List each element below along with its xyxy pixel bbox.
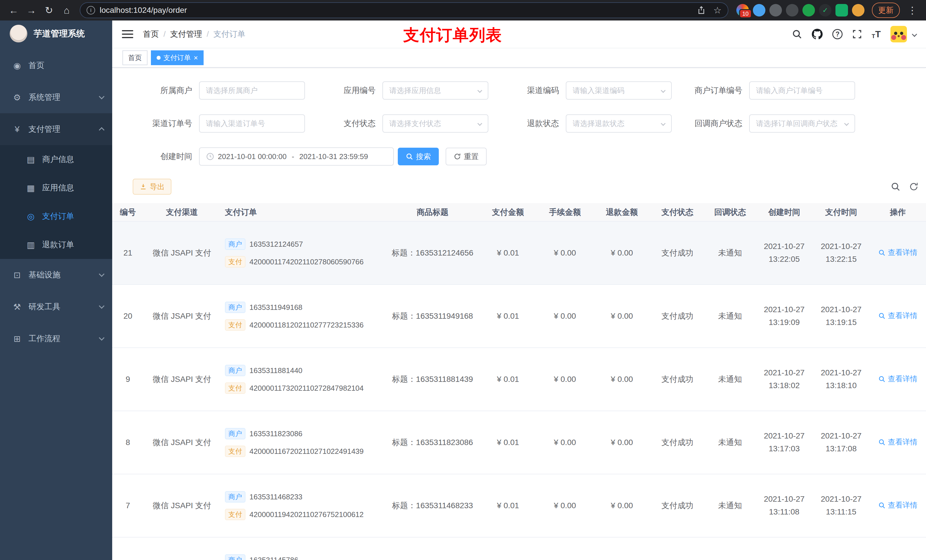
reload-icon[interactable]: ↻ xyxy=(41,2,57,18)
share-icon[interactable] xyxy=(697,6,706,15)
view-detail-link[interactable]: 查看详情 xyxy=(878,374,917,384)
tab-home[interactable]: 首页 xyxy=(123,50,147,65)
breadcrumb-payment[interactable]: 支付管理 xyxy=(170,29,202,39)
merchant-tag: 商户 xyxy=(225,238,245,250)
sidebar-item-app-info[interactable]: ▦ 应用信息 xyxy=(0,174,112,202)
order-channel: 微信 JSAPI 支付 xyxy=(144,348,220,411)
pay-time: 2021-10-27 13:22:15 xyxy=(813,221,870,285)
merchant-order-no: 1635311949168 xyxy=(250,303,303,312)
back-icon[interactable]: ← xyxy=(6,2,22,18)
question-icon[interactable]: ? xyxy=(832,29,843,39)
browser-update-button[interactable]: 更新 xyxy=(872,3,900,18)
avatar[interactable] xyxy=(890,26,907,42)
merchant-order-no-field[interactable] xyxy=(749,82,855,100)
extension-green-icon[interactable] xyxy=(802,4,815,17)
col-title: 商品标题 xyxy=(386,203,480,221)
pay-time xyxy=(813,537,870,560)
filter-label: 应用编号 xyxy=(311,85,383,96)
merchant-order-no: 1635312124657 xyxy=(250,240,303,249)
sidebar-item-dev-tools[interactable]: ⚒ 研发工具 xyxy=(0,291,112,323)
view-detail-link[interactable]: 查看详情 xyxy=(878,248,917,258)
tab-pay-order[interactable]: 支付订单 × xyxy=(151,50,204,65)
pay-status xyxy=(651,537,705,560)
create-time: 2021-10-27 13:22:05 xyxy=(756,221,813,285)
channel-order-no-field[interactable] xyxy=(199,115,305,133)
orders-table: 编号 支付渠道 支付订单 商品标题 支付金额 手续金额 退款金额 支付状态 回调… xyxy=(112,203,926,560)
merchant-input[interactable] xyxy=(206,86,298,95)
order-numbers: 商户 1635311949168 支付 42000011812021102777… xyxy=(220,285,386,348)
breadcrumb-home[interactable]: 首页 xyxy=(143,29,159,39)
sidebar-item-home[interactable]: ◉ 首页 xyxy=(0,50,112,82)
view-detail-link[interactable]: 查看详情 xyxy=(878,500,917,510)
export-button[interactable]: 导出 xyxy=(133,179,171,195)
sidebar-item-payment[interactable]: ¥ 支付管理 xyxy=(0,113,112,145)
hamburger-icon[interactable] xyxy=(122,30,133,38)
pay-status-select[interactable]: 请选择支付状态 xyxy=(383,115,488,133)
filter-label: 回调商户状态 xyxy=(678,118,749,129)
github-icon[interactable] xyxy=(812,29,823,39)
table-toolbar: 导出 xyxy=(112,179,926,195)
address-bar[interactable]: i localhost:1024/pay/order ☆ xyxy=(80,2,728,18)
chevron-down-icon xyxy=(661,121,666,126)
chevron-down-icon[interactable] xyxy=(912,32,917,37)
merchant-select[interactable] xyxy=(199,82,305,100)
filter-label: 退款状态 xyxy=(495,118,566,129)
col-pay-time: 支付时间 xyxy=(813,203,870,221)
merchant-order-no-input[interactable] xyxy=(756,86,848,95)
extension-globe-icon[interactable] xyxy=(769,4,782,17)
order-channel: 微信 JSAPI 支付 xyxy=(144,411,220,474)
notify-status-select[interactable]: 请选择订单回调商户状态 xyxy=(749,115,855,133)
sidebar-item-system[interactable]: ⚙ 系统管理 xyxy=(0,82,112,113)
forward-icon[interactable]: → xyxy=(23,2,39,18)
order-numbers: 商户 163531145786 支付 xyxy=(220,537,386,560)
extension-check-icon[interactable]: ✓ xyxy=(819,4,831,17)
pay-tag: 支付 xyxy=(225,319,245,331)
view-detail-link[interactable]: 查看详情 xyxy=(878,437,917,447)
filter-label: 所属商户 xyxy=(128,85,199,96)
pay-amount: ¥ 0.01 xyxy=(480,348,536,411)
search-button[interactable]: 搜索 xyxy=(398,148,439,165)
search-toggle-icon[interactable] xyxy=(891,182,900,192)
extension-drop-icon[interactable] xyxy=(753,4,766,17)
card-icon: ▤ xyxy=(25,154,36,165)
close-icon[interactable]: × xyxy=(194,54,198,62)
order-channel xyxy=(144,537,220,560)
filter-form: 所属商户 应用编号 请选择应用信息 渠道编码 xyxy=(112,68,926,166)
font-size-icon[interactable]: TT xyxy=(872,29,881,39)
app-logo[interactable]: 芋道管理系统 xyxy=(0,21,112,47)
home-icon[interactable]: ⌂ xyxy=(59,2,75,18)
refund-status-select[interactable]: 请选择退款状态 xyxy=(566,115,672,133)
pay-amount xyxy=(480,537,536,560)
reset-button[interactable]: 重置 xyxy=(446,148,487,165)
extension-circle-icon[interactable] xyxy=(786,4,799,17)
extension-face-icon[interactable] xyxy=(852,4,864,17)
app-id-select[interactable]: 请选择应用信息 xyxy=(383,82,488,100)
merchant-order-no: 1635311881440 xyxy=(250,366,303,375)
sidebar-item-refund-order[interactable]: ▥ 退款订单 xyxy=(0,231,112,259)
pay-order-no: 4200001194202110276752100612 xyxy=(250,510,364,519)
col-actions: 操作 xyxy=(870,203,926,221)
browser-menu-icon[interactable]: ⋮ xyxy=(904,2,920,18)
search-icon[interactable] xyxy=(792,29,802,39)
sidebar-item-infrastructure[interactable]: ⊡ 基础设施 xyxy=(0,259,112,291)
pay-tag: 支付 xyxy=(225,256,245,267)
sidebar-item-workflow[interactable]: ⊞ 工作流程 xyxy=(0,323,112,355)
bookmark-star-icon[interactable]: ☆ xyxy=(713,5,722,16)
refund-amount xyxy=(593,537,651,560)
channel-code-select[interactable]: 请输入渠道编码 xyxy=(566,82,672,100)
product-title: 标题：1635311949168 xyxy=(386,285,480,348)
sidebar-item-pay-order[interactable]: ◎ 支付订单 xyxy=(0,202,112,231)
extension-chat-icon[interactable] xyxy=(835,4,848,17)
sidebar-item-merchant-info[interactable]: ▤ 商户信息 xyxy=(0,145,112,174)
create-time-range[interactable]: 2021-10-01 00:00:00 - 2021-10-31 23:59:5… xyxy=(199,147,394,166)
order-id xyxy=(112,537,144,560)
extension-pinwheel-icon[interactable]: 10 xyxy=(736,4,749,17)
pay-time: 2021-10-27 13:11:15 xyxy=(813,474,870,537)
fullscreen-icon[interactable] xyxy=(852,29,862,39)
channel-order-no-input[interactable] xyxy=(206,119,298,128)
refresh-icon[interactable] xyxy=(909,182,918,192)
pay-tag: 支付 xyxy=(225,445,245,457)
view-detail-link[interactable]: 查看详情 xyxy=(878,311,917,321)
pay-amount: ¥ 0.01 xyxy=(480,474,536,537)
site-info-icon[interactable]: i xyxy=(86,6,95,15)
